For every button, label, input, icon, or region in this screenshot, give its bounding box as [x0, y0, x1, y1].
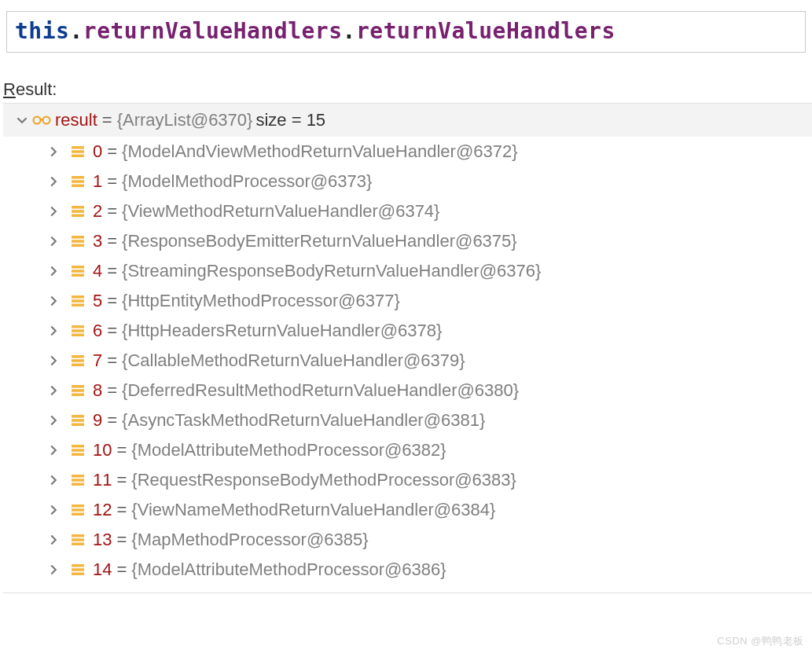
chevron-right-icon[interactable]: [46, 146, 61, 157]
svg-rect-4: [72, 155, 84, 158]
list-item[interactable]: 9 = {AsyncTaskMethodReturnValueHandler@6…: [3, 405, 812, 435]
list-item[interactable]: 13 = {MapMethodProcessor@6385}: [3, 525, 812, 555]
chevron-right-icon[interactable]: [46, 534, 61, 545]
chevron-right-icon[interactable]: [46, 266, 61, 277]
item-value: {MapMethodProcessor@6385}: [131, 530, 368, 550]
svg-point-1: [43, 117, 50, 124]
svg-rect-30: [72, 419, 84, 422]
list-item[interactable]: 2 = {ViewMethodReturnValueHandler@6374}: [3, 196, 812, 226]
list-item[interactable]: 3 = {ResponseBodyEmitterReturnValueHandl…: [3, 226, 812, 256]
svg-rect-31: [72, 424, 84, 427]
list-item[interactable]: 8 = {DeferredResultMethodReturnValueHand…: [3, 376, 812, 405]
svg-rect-5: [72, 176, 84, 179]
svg-rect-25: [72, 364, 84, 367]
svg-rect-40: [72, 513, 84, 516]
chevron-right-icon[interactable]: [46, 295, 61, 306]
chevron-right-icon[interactable]: [46, 475, 61, 486]
chevron-right-icon[interactable]: [46, 385, 61, 396]
list-item[interactable]: 10 = {ModelAttributeMethodProcessor@6382…: [3, 435, 812, 465]
array-element-icon: [71, 414, 85, 427]
chevron-right-icon[interactable]: [46, 445, 61, 456]
svg-rect-17: [72, 295, 84, 299]
chevron-down-icon[interactable]: [14, 115, 30, 126]
item-value: {AsyncTaskMethodReturnValueHandler@6381}: [122, 410, 485, 431]
svg-rect-15: [72, 270, 84, 273]
item-value: {HttpEntityMethodProcessor@6377}: [122, 291, 400, 311]
svg-rect-26: [72, 385, 84, 388]
array-element-icon: [71, 265, 85, 277]
svg-rect-29: [72, 415, 84, 418]
list-item[interactable]: 7 = {CallableMethodReturnValueHandler@63…: [3, 346, 812, 376]
item-value: {ResponseBodyEmitterReturnValueHandler@6…: [122, 231, 517, 251]
svg-rect-38: [72, 504, 84, 508]
array-element-icon: [71, 325, 85, 337]
list-item[interactable]: 5 = {HttpEntityMethodProcessor@6377}: [3, 286, 812, 316]
svg-rect-16: [72, 274, 84, 277]
svg-rect-11: [72, 236, 84, 239]
svg-rect-44: [72, 564, 84, 567]
expression-input[interactable]: this.returnValueHandlers.returnValueHand…: [6, 11, 806, 53]
chevron-right-icon[interactable]: [46, 504, 61, 515]
svg-rect-8: [72, 206, 84, 209]
chevron-right-icon[interactable]: [46, 236, 61, 247]
watch-glasses-icon: [31, 114, 52, 127]
chevron-right-icon[interactable]: [46, 206, 61, 217]
item-value: {ViewMethodReturnValueHandler@6374}: [122, 201, 439, 222]
item-value: {DeferredResultMethodReturnValueHandler@…: [122, 380, 519, 401]
result-tree: result = {ArrayList@6370} size = 15 0 = …: [3, 103, 812, 593]
list-item[interactable]: 6 = {HttpHeadersReturnValueHandler@6378}: [3, 316, 812, 346]
result-section-label: Result:: [3, 79, 812, 100]
array-element-icon: [71, 474, 85, 486]
array-element-icon: [71, 534, 85, 546]
svg-rect-28: [72, 394, 84, 397]
array-element-icon: [71, 235, 85, 248]
array-element-icon: [71, 504, 85, 516]
item-index: 6: [93, 321, 102, 341]
svg-rect-9: [72, 210, 84, 213]
expression-chain-1: returnValueHandlers: [83, 18, 343, 44]
expression-chain-2: returnValueHandlers: [356, 18, 615, 44]
list-item[interactable]: 11 = {RequestResponseBodyMethodProcessor…: [3, 465, 812, 495]
expression-text: this.returnValueHandlers.returnValueHand…: [15, 18, 615, 44]
chevron-right-icon[interactable]: [46, 176, 61, 187]
array-element-icon: [71, 145, 85, 158]
array-element-icon: [71, 205, 85, 218]
item-index: 8: [93, 380, 102, 401]
svg-rect-6: [72, 180, 84, 183]
list-item[interactable]: 12 = {ViewNameMethodReturnValueHandler@6…: [3, 495, 812, 525]
svg-rect-23: [72, 355, 84, 358]
svg-rect-3: [72, 150, 84, 153]
svg-rect-45: [72, 568, 84, 571]
chevron-right-icon[interactable]: [46, 325, 61, 336]
item-index: 4: [93, 261, 102, 281]
item-value: {ModelMethodProcessor@6373}: [122, 171, 372, 192]
result-type: {ArrayList@6370}: [117, 110, 253, 130]
item-index: 10: [93, 440, 112, 460]
list-item[interactable]: 1 = {ModelMethodProcessor@6373}: [3, 167, 812, 196]
list-item[interactable]: 0 = {ModelAndViewMethodReturnValueHandle…: [3, 137, 812, 167]
svg-rect-13: [72, 244, 84, 248]
svg-rect-22: [72, 334, 84, 337]
item-index: 11: [93, 470, 112, 490]
chevron-right-icon[interactable]: [46, 564, 61, 575]
item-value: {ModelAttributeMethodProcessor@6386}: [131, 559, 446, 580]
array-element-icon: [71, 563, 85, 576]
item-index: 3: [93, 231, 102, 251]
chevron-right-icon[interactable]: [46, 355, 61, 366]
array-element-icon: [71, 354, 85, 367]
expression-keyword: this: [15, 18, 69, 44]
svg-rect-46: [72, 573, 84, 576]
svg-rect-34: [72, 453, 84, 457]
chevron-right-icon[interactable]: [46, 415, 61, 426]
svg-rect-35: [72, 475, 84, 478]
svg-rect-10: [72, 215, 84, 218]
svg-rect-18: [72, 299, 84, 303]
svg-rect-12: [72, 240, 84, 243]
list-item[interactable]: 14 = {ModelAttributeMethodProcessor@6386…: [3, 555, 812, 585]
item-index: 13: [93, 530, 112, 550]
svg-rect-27: [72, 389, 84, 392]
result-root-row[interactable]: result = {ArrayList@6370} size = 15: [3, 104, 812, 137]
array-element-icon: [71, 295, 85, 307]
list-item[interactable]: 4 = {StreamingResponseBodyReturnValueHan…: [3, 256, 812, 286]
item-value: {RequestResponseBodyMethodProcessor@6383…: [131, 470, 516, 490]
